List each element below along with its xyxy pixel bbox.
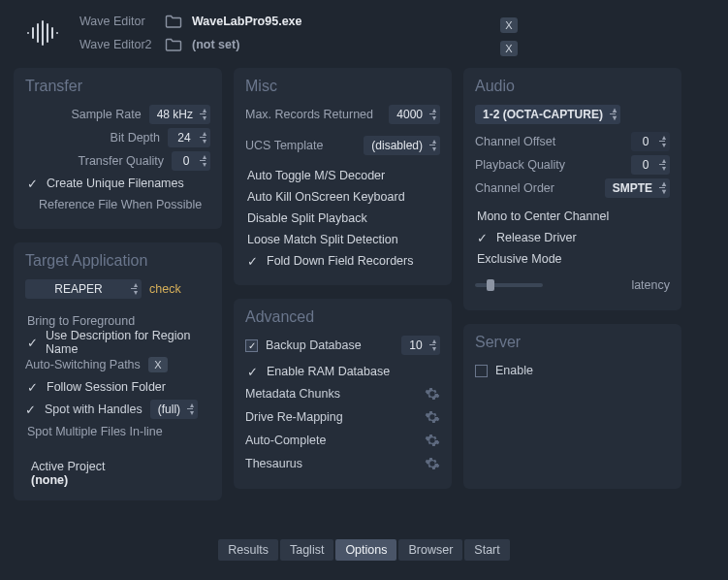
check-icon: ✓ xyxy=(477,231,489,245)
check-icon: ✓ xyxy=(25,403,37,417)
app-waveform-icon xyxy=(14,14,72,52)
auto-switching-clear-button[interactable]: X xyxy=(148,357,168,372)
check-icon: ✓ xyxy=(27,177,39,191)
clear-editor-1-button[interactable]: X xyxy=(500,17,518,33)
target-title: Target Application xyxy=(25,252,210,270)
use-description-toggle[interactable]: ✓ Use Description for Region Name xyxy=(25,332,210,353)
check-link[interactable]: check xyxy=(149,282,181,296)
ucs-template-select[interactable]: (disabled)▴▾ xyxy=(364,136,440,155)
advanced-panel: Advanced ✓ Backup Database 10▴▾ ✓ Enable… xyxy=(234,299,452,489)
tab-results[interactable]: Results xyxy=(218,539,278,561)
create-unique-filenames-toggle[interactable]: ✓ Create Unique Filenames xyxy=(25,173,210,194)
auto-toggle-ms-toggle[interactable]: Auto Toggle M/S Decoder xyxy=(245,165,440,186)
active-project-label: Active Project xyxy=(31,460,210,473)
follow-session-folder-toggle[interactable]: ✓ Follow Session Folder xyxy=(25,376,210,398)
gear-icon[interactable] xyxy=(425,409,440,425)
tab-browser[interactable]: Browser xyxy=(398,539,462,561)
backup-interval-select[interactable]: 10▴▾ xyxy=(401,336,440,355)
latency-label: latency xyxy=(631,278,670,292)
server-enable-checkbox[interactable] xyxy=(475,365,488,377)
playback-quality-select[interactable]: 0▴▾ xyxy=(631,155,670,175)
mono-center-toggle[interactable]: Mono to Center Channel xyxy=(475,206,670,227)
reference-file-toggle[interactable]: Reference File When Possible xyxy=(25,194,210,215)
transfer-quality-label: Transfer Quality xyxy=(25,154,164,168)
tab-options[interactable]: Options xyxy=(335,539,396,561)
drive-remapping-label: Drive Re-Mapping xyxy=(245,410,343,424)
channel-offset-select[interactable]: 0▴▾ xyxy=(631,132,670,151)
check-icon: ✓ xyxy=(27,336,38,350)
fold-down-recorders-toggle[interactable]: ✓ Fold Down Field Recorders xyxy=(245,250,440,272)
sample-rate-select[interactable]: 48 kHz▴▾ xyxy=(149,105,210,124)
max-records-select[interactable]: 4000▴▾ xyxy=(389,105,440,124)
wave-editor-1-label: Wave Editor xyxy=(79,15,155,28)
wave-editor-2-value[interactable]: (not set) xyxy=(192,38,239,51)
latency-slider[interactable] xyxy=(475,283,543,287)
playback-quality-label: Playback Quality xyxy=(475,158,623,172)
thesaurus-label: Thesaurus xyxy=(245,457,302,470)
exclusive-mode-toggle[interactable]: Exclusive Mode xyxy=(475,248,670,270)
folder-icon[interactable] xyxy=(165,15,182,28)
auto-switching-paths-label[interactable]: Auto-Switching Paths xyxy=(25,358,141,371)
enable-ram-db-toggle[interactable]: ✓ Enable RAM Database xyxy=(245,361,440,382)
max-records-label: Max. Records Returned xyxy=(245,108,381,121)
misc-panel: Misc Max. Records Returned 4000▴▾ UCS Te… xyxy=(234,68,452,285)
transfer-quality-select[interactable]: 0▴▾ xyxy=(172,151,210,171)
wave-editor-1-value[interactable]: WaveLabPro95.exe xyxy=(192,15,301,28)
audio-panel: Audio 1-2 (OCTA-CAPTURE)▴▾ Channel Offse… xyxy=(463,68,681,310)
gear-icon[interactable] xyxy=(425,456,440,471)
transfer-title: Transfer xyxy=(25,78,210,95)
bit-depth-select[interactable]: 24▴▾ xyxy=(168,128,210,147)
channel-order-label: Channel Order xyxy=(475,181,597,195)
audio-title: Audio xyxy=(475,78,670,95)
clear-editor-2-button[interactable]: X xyxy=(500,41,518,56)
check-icon: ✓ xyxy=(27,380,39,395)
tab-taglist[interactable]: Taglist xyxy=(280,539,333,561)
auto-kill-osk-toggle[interactable]: Auto Kill OnScreen Keyboard xyxy=(245,186,440,208)
advanced-title: Advanced xyxy=(245,308,440,326)
bit-depth-label: Bit Depth xyxy=(25,131,160,145)
spot-multiple-inline-toggle[interactable]: Spot Multiple Files In-line xyxy=(25,421,210,442)
auto-complete-label: Auto-Complete xyxy=(245,434,326,447)
tab-start[interactable]: Start xyxy=(464,539,509,561)
backup-database-label: Backup Database xyxy=(266,338,362,352)
audio-device-select[interactable]: 1-2 (OCTA-CAPTURE)▴▾ xyxy=(475,105,620,124)
check-icon: ✓ xyxy=(247,254,259,269)
server-panel: Server Enable xyxy=(463,324,681,489)
transfer-panel: Transfer Sample Rate 48 kHz▴▾ Bit Depth … xyxy=(14,68,222,229)
wave-editor-2-label: Wave Editor2 xyxy=(79,38,155,51)
server-title: Server xyxy=(475,334,670,351)
channel-offset-label: Channel Offset xyxy=(475,135,623,148)
spot-handles-select[interactable]: (full)▴▾ xyxy=(150,400,198,419)
gear-icon[interactable] xyxy=(425,433,440,448)
channel-order-select[interactable]: SMPTE▴▾ xyxy=(605,178,670,198)
ucs-template-label: UCS Template xyxy=(245,139,356,152)
active-project-value: (none) xyxy=(31,473,210,487)
target-app-select[interactable]: REAPER▴▾ xyxy=(25,279,142,299)
spot-with-handles-toggle[interactable]: Spot with Handles xyxy=(45,403,142,416)
check-icon: ✓ xyxy=(247,365,259,379)
metadata-chunks-label: Metadata Chunks xyxy=(245,387,340,401)
bottom-tab-bar: Results Taglist Options Browser Start xyxy=(0,539,728,561)
disable-split-playback-toggle[interactable]: Disable Split Playback xyxy=(245,208,440,229)
folder-icon[interactable] xyxy=(165,38,182,51)
loose-match-split-toggle[interactable]: Loose Match Split Detection xyxy=(245,229,440,250)
gear-icon[interactable] xyxy=(425,386,440,402)
server-enable-label: Enable xyxy=(495,364,533,377)
release-driver-toggle[interactable]: ✓ Release Driver xyxy=(475,227,670,248)
sample-rate-label: Sample Rate xyxy=(25,108,142,121)
backup-database-checkbox[interactable]: ✓ xyxy=(245,339,258,352)
target-application-panel: Target Application REAPER▴▾ check Bring … xyxy=(14,242,222,500)
misc-title: Misc xyxy=(245,78,440,95)
